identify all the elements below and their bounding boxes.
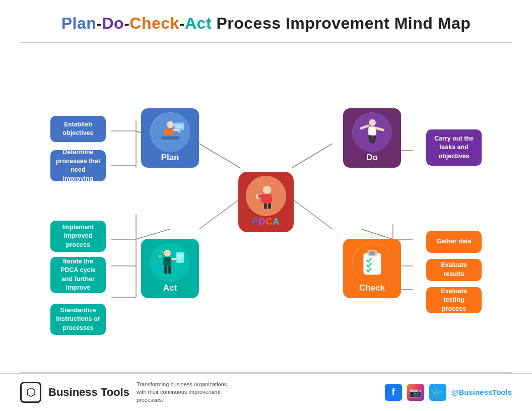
title-rest: Process Improvement Mind Map bbox=[212, 14, 471, 32]
svg-line-1 bbox=[292, 144, 332, 168]
svg-point-21 bbox=[263, 186, 271, 194]
do-node: Do bbox=[343, 108, 401, 168]
footer: ⬡ Business Tools Transforming business o… bbox=[0, 373, 532, 411]
svg-rect-26 bbox=[256, 194, 258, 199]
title-dash1: - bbox=[96, 14, 102, 32]
pdca-illustration bbox=[246, 176, 286, 216]
pdca-node: PDCA bbox=[238, 172, 294, 232]
svg-text:★: ★ bbox=[157, 253, 162, 259]
do-label: Do bbox=[366, 153, 378, 163]
header: Plan-Do-Check-Act Process Improvement Mi… bbox=[0, 0, 532, 38]
page: Plan-Do-Check-Act Process Improvement Mi… bbox=[0, 0, 532, 411]
twitter-icon[interactable]: 🐦 bbox=[429, 384, 446, 401]
pdca-label: PDCA bbox=[252, 217, 280, 227]
act-illustration: ★ ✦ bbox=[151, 243, 190, 283]
plan-label: Plan bbox=[161, 153, 179, 163]
svg-point-44 bbox=[164, 250, 171, 257]
svg-rect-23 bbox=[264, 203, 267, 209]
title-plan: Plan bbox=[61, 14, 97, 32]
svg-rect-56 bbox=[363, 253, 381, 275]
svg-rect-51 bbox=[164, 266, 167, 274]
do-illustration bbox=[353, 113, 392, 152]
social-handle: @BusinessTools bbox=[451, 388, 512, 396]
act-label: Act bbox=[163, 283, 177, 293]
title-check: Check bbox=[129, 14, 179, 32]
main-title: Plan-Do-Check-Act Process Improvement Mi… bbox=[20, 14, 512, 33]
title-do: Do bbox=[102, 14, 124, 32]
svg-point-37 bbox=[369, 119, 376, 126]
check-icon bbox=[352, 243, 392, 283]
svg-rect-24 bbox=[268, 203, 271, 209]
title-dash3: - bbox=[179, 14, 185, 32]
svg-rect-47 bbox=[176, 252, 184, 262]
footer-social: f 📷 🐦 @BusinessTools bbox=[385, 384, 512, 401]
svg-line-3 bbox=[292, 199, 332, 229]
leaf-evaluate-results: Evaluate results bbox=[426, 259, 482, 281]
svg-point-28 bbox=[167, 121, 174, 128]
svg-rect-45 bbox=[163, 257, 171, 266]
title-act: Act bbox=[185, 14, 212, 32]
title-dash2: - bbox=[124, 14, 129, 32]
plan-node: Plan bbox=[141, 108, 199, 168]
facebook-icon[interactable]: f bbox=[385, 384, 402, 401]
check-illustration bbox=[353, 243, 392, 283]
leaf-evaluate-testing: Evaluate testing process bbox=[426, 287, 482, 313]
svg-line-10 bbox=[136, 229, 170, 239]
svg-text:✦: ✦ bbox=[160, 249, 164, 254]
svg-line-2 bbox=[199, 199, 240, 229]
svg-rect-35 bbox=[173, 129, 179, 131]
footer-brand: ⬡ Business Tools Transforming business o… bbox=[20, 381, 237, 404]
diagram-area: PDCA bbox=[0, 43, 532, 368]
plan-illustration bbox=[151, 113, 190, 152]
check-node: Check bbox=[343, 239, 401, 298]
instagram-icon[interactable]: 📷 bbox=[407, 384, 424, 401]
tagline: Transforming business organizations with… bbox=[137, 381, 237, 404]
leaf-establish: Establish objectives bbox=[50, 116, 106, 142]
act-node: ★ ✦ Act bbox=[141, 239, 199, 298]
svg-line-0 bbox=[199, 144, 240, 168]
leaf-gather: Gather data bbox=[426, 231, 482, 253]
logo-icon: ⬡ bbox=[20, 382, 41, 403]
leaf-carry: Carry out the tasks and objectives bbox=[426, 129, 482, 166]
leaf-standardize: Standardize instructions or processes bbox=[50, 304, 106, 335]
leaf-implement: Implement improved process bbox=[50, 221, 106, 252]
brand-name: Business Tools bbox=[48, 386, 129, 399]
leaf-determine: Determine processes that need improving bbox=[50, 150, 106, 181]
act-icon: ★ ✦ bbox=[150, 243, 190, 283]
svg-line-15 bbox=[362, 229, 393, 239]
svg-rect-30 bbox=[161, 136, 179, 140]
pdca-icon bbox=[246, 176, 286, 216]
svg-rect-58 bbox=[369, 251, 375, 255]
plan-icon bbox=[150, 112, 190, 153]
do-icon bbox=[352, 112, 392, 153]
svg-rect-52 bbox=[168, 266, 171, 274]
check-label: Check bbox=[359, 283, 385, 293]
svg-rect-29 bbox=[164, 128, 173, 135]
leaf-iterate: Iterate the PDCA cycle and further impro… bbox=[50, 257, 106, 293]
